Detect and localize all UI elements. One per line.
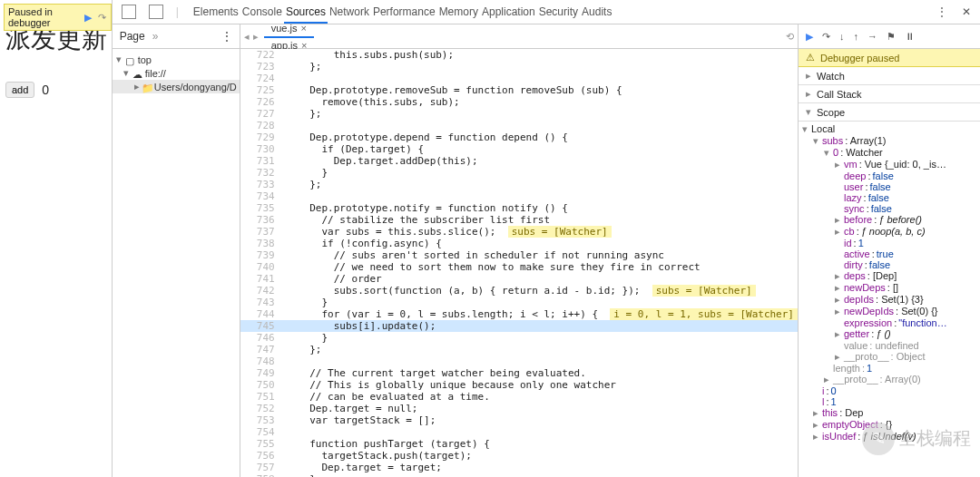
code-line[interactable]: 748 [240,355,798,367]
scope-row[interactable]: ▾Local [802,123,980,135]
tab-security[interactable]: Security [537,2,580,22]
code-line[interactable]: 745 subs[i].update(); [240,320,798,332]
nav-more-icon[interactable]: » [152,30,159,43]
tree-item[interactable]: ▸📁 Users/dongyang/D [113,80,240,93]
section-watch[interactable]: ▸Watch [799,67,980,85]
scope-row[interactable]: ▸vm: Vue {_uid: 0, _is… [802,159,980,170]
code-line[interactable]: 749 // The current target watcher being … [240,367,798,379]
tree-item[interactable]: ▾☁ file:// [113,66,240,80]
scope-row[interactable]: sync: false [802,203,980,214]
code-line[interactable]: 744 for (var i = 0, l = subs.length; i <… [240,308,798,320]
file-nav-fwd-icon[interactable]: ▸ [253,31,259,43]
code-line[interactable]: 743 } [240,297,798,308]
step-over-icon[interactable]: ↷ [97,11,107,24]
scope-row[interactable]: lazy: false [802,192,980,203]
scope-row[interactable]: ▸getter: ƒ () [802,328,980,340]
tab-memory[interactable]: Memory [437,2,480,22]
code-line[interactable]: 750 // This is globally unique because o… [240,379,798,391]
file-tab[interactable]: vue.js × [264,24,315,38]
scope-row[interactable]: ▾0: Watcher [802,147,980,159]
scope-row[interactable]: length: 1 [802,363,980,374]
code-line[interactable]: 725 Dep.prototype.removeSub = function r… [240,84,798,96]
scope-row[interactable]: active: true [802,248,980,259]
code-line[interactable]: 755 function pushTarget (target) { [240,438,798,450]
scope-row[interactable]: ▸isUndef: ƒ isUndef(v) [802,431,980,443]
code-line[interactable]: 729 Dep.prototype.depend = function depe… [240,131,798,143]
pause-exceptions-icon[interactable]: ⏸ [905,31,915,42]
close-icon[interactable]: × [300,24,306,34]
tab-elements[interactable]: Elements [191,2,240,22]
file-nav-back-icon[interactable]: ◂ [244,31,250,43]
code-line[interactable]: 736 // stabilize the subscriber list fir… [240,214,798,226]
scope-row[interactable]: ▸__proto__: Object [802,351,980,363]
tab-network[interactable]: Network [328,2,371,22]
scope-row[interactable]: ▾subs: Array(1) [802,135,980,147]
close-devtools-icon[interactable]: ✕ [962,5,971,18]
code-line[interactable]: 756 targetStack.push(target); [240,450,798,462]
code-line[interactable]: 757 Dep.target = target; [240,462,798,473]
file-pin-icon[interactable]: ⟲ [786,31,794,43]
scope-row[interactable]: ▸depIds: Set(1) {3} [802,294,980,306]
code-line[interactable]: 732 } [240,167,798,179]
tab-console[interactable]: Console [240,2,284,22]
step-over-icon[interactable]: ↷ [822,31,830,43]
code-line[interactable]: 740 // we need to sort them now to make … [240,261,798,273]
nav-page-label[interactable]: Page [120,30,145,43]
scope-row[interactable]: ▸deps: [Dep] [802,270,980,282]
scope-row[interactable]: ▸cb: ƒ noop(a, b, c) [802,226,980,238]
code-line[interactable]: 722 this.subs.push(sub); [240,49,798,61]
tab-audits[interactable]: Audits [580,2,613,22]
code-line[interactable]: 733 }; [240,179,798,190]
step-icon[interactable]: → [867,31,877,42]
code-line[interactable]: 737 var subs = this.subs.slice(); subs =… [240,226,798,238]
code-line[interactable]: 753 var targetStack = []; [240,414,798,426]
code-line[interactable]: 730 if (Dep.target) { [240,143,798,155]
code-line[interactable]: 747 }; [240,344,798,355]
code-line[interactable]: 742 subs.sort(function (a, b) { return a… [240,285,798,297]
tab-performance[interactable]: Performance [371,2,437,22]
code-line[interactable]: 746 } [240,332,798,344]
code-line[interactable]: 752 Dep.target = null; [240,403,798,414]
code-line[interactable]: 738 if (!config.async) { [240,238,798,249]
deactivate-bp-icon[interactable]: ⚑ [887,31,896,43]
more-icon[interactable]: ⋮ [936,5,949,18]
scope-row[interactable]: expression: "function… [802,317,980,328]
resume-icon[interactable]: ▶ [83,11,93,24]
tree-item[interactable]: ▾▢ top [113,53,240,66]
tab-application[interactable]: Application [480,2,537,22]
section-call-stack[interactable]: ▸Call Stack [799,85,980,103]
scope-row[interactable]: value: undefined [802,340,980,351]
code-line[interactable]: 728 [240,120,798,131]
code-line[interactable]: 723 }; [240,61,798,73]
inspect-icon[interactable] [122,5,136,19]
step-into-icon[interactable]: ↓ [839,31,845,42]
code-editor[interactable]: 722 this.subs.push(sub);723 };724725 Dep… [240,49,798,477]
code-line[interactable]: 739 // subs aren't sorted in scheduler i… [240,249,798,261]
device-icon[interactable] [149,5,163,19]
code-line[interactable]: 758 } [240,473,798,477]
scope-row[interactable]: l: 1 [802,396,980,407]
scope-row[interactable]: user: false [802,181,980,192]
scope-row[interactable]: dirty: false [802,259,980,270]
tab-sources[interactable]: Sources [284,2,328,24]
code-line[interactable]: 751 // can be evaluated at a time. [240,391,798,403]
code-line[interactable]: 727 }; [240,108,798,120]
section-scope[interactable]: ▾Scope [799,103,980,122]
resume-icon[interactable]: ▶ [806,31,813,43]
scope-row[interactable]: i: 0 [802,385,980,396]
code-line[interactable]: 754 [240,426,798,438]
code-line[interactable]: 734 [240,190,798,202]
add-button[interactable]: add [5,82,34,98]
scope-row[interactable]: ▸emptyObject: {} [802,419,980,431]
scope-row[interactable]: ▸__proto__: Array(0) [802,374,980,385]
code-line[interactable]: 741 // order [240,273,798,285]
step-out-icon[interactable]: ↑ [854,31,859,42]
code-line[interactable]: 731 Dep.target.addDep(this); [240,155,798,167]
scope-row[interactable]: id: 1 [802,238,980,248]
scope-row[interactable]: ▸before: ƒ before() [802,214,980,226]
code-line[interactable]: 735 Dep.prototype.notify = function noti… [240,202,798,214]
scope-row[interactable]: ▸newDeps: [] [802,282,980,294]
code-line[interactable]: 724 [240,73,798,84]
scope-row[interactable]: deep: false [802,170,980,181]
nav-menu-icon[interactable]: ⋮ [221,30,232,43]
